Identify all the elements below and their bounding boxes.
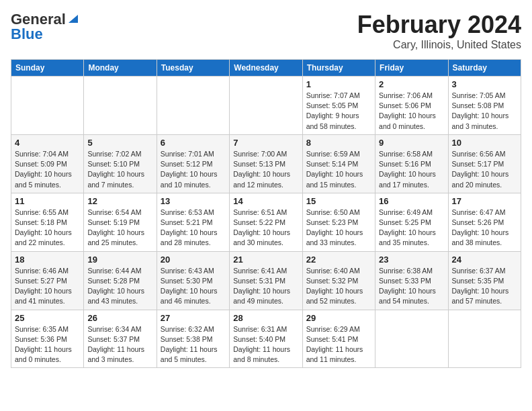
day-info: Sunrise: 6:54 AMSunset: 5:19 PMDaylight:…	[87, 208, 152, 248]
day-info: Sunrise: 6:55 AMSunset: 5:18 PMDaylight:…	[15, 208, 80, 248]
day-info: Sunrise: 6:29 AMSunset: 5:41 PMDaylight:…	[306, 324, 371, 365]
weekday-header: Tuesday	[157, 60, 229, 77]
day-info: Sunrise: 6:46 AMSunset: 5:27 PMDaylight:…	[15, 266, 80, 307]
day-info: Sunrise: 7:02 AMSunset: 5:10 PMDaylight:…	[87, 149, 152, 190]
calendar-cell: 8Sunrise: 6:59 AMSunset: 5:14 PMDaylight…	[302, 134, 375, 193]
day-number: 18	[15, 255, 80, 265]
day-number: 11	[15, 196, 80, 206]
day-info: Sunrise: 7:07 AMSunset: 5:05 PMDaylight:…	[306, 91, 371, 132]
calendar-cell	[375, 310, 448, 368]
calendar-cell: 4Sunrise: 7:04 AMSunset: 5:09 PMDaylight…	[11, 134, 84, 193]
calendar-week-row: 4Sunrise: 7:04 AMSunset: 5:09 PMDaylight…	[11, 134, 521, 193]
calendar-cell: 18Sunrise: 6:46 AMSunset: 5:27 PMDayligh…	[11, 251, 84, 310]
day-number: 26	[87, 313, 152, 323]
day-info: Sunrise: 6:35 AMSunset: 5:36 PMDaylight:…	[15, 324, 80, 365]
day-info: Sunrise: 6:49 AMSunset: 5:25 PMDaylight:…	[379, 208, 444, 248]
day-info: Sunrise: 6:41 AMSunset: 5:31 PMDaylight:…	[233, 266, 298, 307]
day-number: 24	[452, 255, 517, 265]
calendar-cell: 17Sunrise: 6:47 AMSunset: 5:26 PMDayligh…	[448, 193, 521, 251]
day-number: 20	[161, 255, 226, 265]
day-info: Sunrise: 6:53 AMSunset: 5:21 PMDaylight:…	[161, 208, 226, 248]
calendar-week-row: 11Sunrise: 6:55 AMSunset: 5:18 PMDayligh…	[11, 193, 521, 251]
day-info: Sunrise: 6:40 AMSunset: 5:32 PMDaylight:…	[306, 266, 371, 307]
calendar-cell: 9Sunrise: 6:58 AMSunset: 5:16 PMDaylight…	[375, 134, 448, 193]
day-number: 10	[452, 138, 517, 148]
day-number: 15	[306, 196, 371, 206]
day-number: 1	[306, 79, 371, 89]
calendar-cell: 23Sunrise: 6:38 AMSunset: 5:33 PMDayligh…	[375, 251, 448, 310]
calendar-cell	[157, 77, 229, 135]
calendar-cell: 12Sunrise: 6:54 AMSunset: 5:19 PMDayligh…	[84, 193, 157, 251]
weekday-header: Sunday	[11, 60, 84, 77]
logo-blue: Blue	[11, 26, 43, 43]
calendar-cell: 7Sunrise: 7:00 AMSunset: 5:13 PMDaylight…	[230, 134, 302, 193]
day-info: Sunrise: 6:38 AMSunset: 5:33 PMDaylight:…	[379, 266, 444, 307]
svg-marker-0	[69, 15, 78, 23]
day-info: Sunrise: 6:43 AMSunset: 5:30 PMDaylight:…	[161, 266, 226, 307]
day-info: Sunrise: 6:50 AMSunset: 5:23 PMDaylight:…	[306, 208, 371, 248]
day-info: Sunrise: 7:00 AMSunset: 5:13 PMDaylight:…	[233, 149, 298, 190]
day-number: 12	[87, 196, 152, 206]
day-info: Sunrise: 6:31 AMSunset: 5:40 PMDaylight:…	[233, 324, 298, 365]
day-number: 17	[452, 196, 517, 206]
weekday-header: Wednesday	[230, 60, 302, 77]
day-number: 3	[452, 79, 517, 89]
day-number: 27	[161, 313, 226, 323]
calendar-cell: 1Sunrise: 7:07 AMSunset: 5:05 PMDaylight…	[302, 77, 375, 135]
calendar-cell: 6Sunrise: 7:01 AMSunset: 5:12 PMDaylight…	[157, 134, 229, 193]
day-number: 23	[379, 255, 444, 265]
calendar-cell: 16Sunrise: 6:49 AMSunset: 5:25 PMDayligh…	[375, 193, 448, 251]
weekday-header: Friday	[375, 60, 448, 77]
calendar-cell: 11Sunrise: 6:55 AMSunset: 5:18 PMDayligh…	[11, 193, 84, 251]
day-info: Sunrise: 7:06 AMSunset: 5:06 PMDaylight:…	[379, 91, 444, 132]
day-info: Sunrise: 6:59 AMSunset: 5:14 PMDaylight:…	[306, 149, 371, 190]
day-number: 2	[379, 79, 444, 89]
calendar-cell: 26Sunrise: 6:34 AMSunset: 5:37 PMDayligh…	[84, 310, 157, 368]
day-number: 19	[87, 255, 152, 265]
day-number: 5	[87, 138, 152, 148]
calendar-week-row: 25Sunrise: 6:35 AMSunset: 5:36 PMDayligh…	[11, 310, 521, 368]
calendar-cell: 5Sunrise: 7:02 AMSunset: 5:10 PMDaylight…	[84, 134, 157, 193]
day-number: 22	[306, 255, 371, 265]
calendar-cell: 27Sunrise: 6:32 AMSunset: 5:38 PMDayligh…	[157, 310, 229, 368]
day-info: Sunrise: 6:58 AMSunset: 5:16 PMDaylight:…	[379, 149, 444, 190]
calendar-cell	[11, 77, 84, 135]
calendar-cell: 2Sunrise: 7:06 AMSunset: 5:06 PMDaylight…	[375, 77, 448, 135]
day-number: 14	[233, 196, 298, 206]
calendar-cell: 14Sunrise: 6:51 AMSunset: 5:22 PMDayligh…	[230, 193, 302, 251]
calendar-cell: 19Sunrise: 6:44 AMSunset: 5:28 PMDayligh…	[84, 251, 157, 310]
page-header: General Blue February 2024 Cary, Illinoi…	[11, 11, 521, 51]
day-number: 13	[161, 196, 226, 206]
day-info: Sunrise: 6:44 AMSunset: 5:28 PMDaylight:…	[87, 266, 152, 307]
main-title: February 2024	[357, 11, 521, 39]
calendar-cell: 24Sunrise: 6:37 AMSunset: 5:35 PMDayligh…	[448, 251, 521, 310]
day-number: 7	[233, 138, 298, 148]
day-number: 9	[379, 138, 444, 148]
calendar-cell	[84, 77, 157, 135]
calendar-cell: 28Sunrise: 6:31 AMSunset: 5:40 PMDayligh…	[230, 310, 302, 368]
day-number: 6	[161, 138, 226, 148]
day-info: Sunrise: 6:56 AMSunset: 5:17 PMDaylight:…	[452, 149, 517, 190]
calendar-cell	[230, 77, 302, 135]
subtitle: Cary, Illinois, United States	[357, 39, 521, 51]
day-info: Sunrise: 6:37 AMSunset: 5:35 PMDaylight:…	[452, 266, 517, 307]
day-number: 8	[306, 138, 371, 148]
logo: General Blue	[11, 11, 79, 43]
calendar-week-row: 18Sunrise: 6:46 AMSunset: 5:27 PMDayligh…	[11, 251, 521, 310]
day-number: 28	[233, 313, 298, 323]
calendar-cell: 10Sunrise: 6:56 AMSunset: 5:17 PMDayligh…	[448, 134, 521, 193]
day-info: Sunrise: 7:04 AMSunset: 5:09 PMDaylight:…	[15, 149, 80, 190]
calendar-cell: 13Sunrise: 6:53 AMSunset: 5:21 PMDayligh…	[157, 193, 229, 251]
calendar-cell: 20Sunrise: 6:43 AMSunset: 5:30 PMDayligh…	[157, 251, 229, 310]
calendar-cell: 3Sunrise: 7:05 AMSunset: 5:08 PMDaylight…	[448, 77, 521, 135]
day-number: 25	[15, 313, 80, 323]
calendar-cell: 22Sunrise: 6:40 AMSunset: 5:32 PMDayligh…	[302, 251, 375, 310]
day-info: Sunrise: 7:05 AMSunset: 5:08 PMDaylight:…	[452, 91, 517, 132]
weekday-header: Monday	[84, 60, 157, 77]
day-info: Sunrise: 7:01 AMSunset: 5:12 PMDaylight:…	[161, 149, 226, 190]
day-info: Sunrise: 6:51 AMSunset: 5:22 PMDaylight:…	[233, 208, 298, 248]
day-info: Sunrise: 6:47 AMSunset: 5:26 PMDaylight:…	[452, 208, 517, 248]
calendar-cell: 25Sunrise: 6:35 AMSunset: 5:36 PMDayligh…	[11, 310, 84, 368]
calendar-cell: 29Sunrise: 6:29 AMSunset: 5:41 PMDayligh…	[302, 310, 375, 368]
weekday-header: Thursday	[302, 60, 375, 77]
